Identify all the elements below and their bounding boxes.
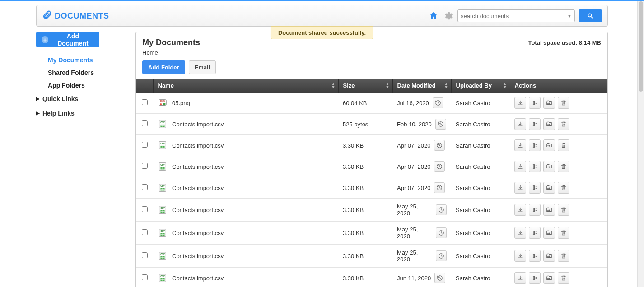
top-accent-line: [0, 0, 644, 1]
search-button[interactable]: [579, 9, 602, 22]
sidebar-section-help-links[interactable]: ▶Help Links: [36, 106, 126, 120]
delete-button[interactable]: [558, 118, 569, 130]
search-dropdown-caret[interactable]: ▼: [567, 14, 572, 19]
col-name[interactable]: Name ▲▼: [153, 79, 338, 93]
rename-button[interactable]: [529, 161, 541, 172]
move-button[interactable]: [543, 182, 555, 194]
delete-button[interactable]: [558, 139, 569, 151]
delete-button[interactable]: [558, 161, 569, 172]
row-checkbox[interactable]: [142, 120, 148, 126]
download-button[interactable]: [514, 118, 526, 130]
add-document-button[interactable]: + Add Document: [36, 32, 99, 47]
download-button[interactable]: [514, 139, 526, 151]
row-checkbox[interactable]: [142, 99, 148, 105]
col-date[interactable]: Date Modified ▲▼: [392, 79, 451, 93]
row-name-cell: PNG05.png: [153, 93, 338, 114]
file-name-link[interactable]: Contacts import.csv: [172, 230, 224, 236]
rename-button[interactable]: [529, 272, 541, 284]
move-button[interactable]: [543, 272, 555, 284]
rename-button[interactable]: [529, 204, 541, 216]
download-button[interactable]: [514, 97, 526, 109]
row-checkbox[interactable]: [142, 142, 148, 148]
delete-button[interactable]: [558, 97, 569, 109]
row-date: Apr 07, 2020: [397, 185, 430, 191]
row-checkbox[interactable]: [142, 163, 148, 169]
sidebar-section-quick-links[interactable]: ▶Quick Links: [36, 92, 126, 106]
move-button[interactable]: [543, 139, 555, 151]
email-button[interactable]: Email: [189, 60, 216, 74]
add-folder-button[interactable]: Add Folder: [142, 60, 185, 74]
rename-button[interactable]: [529, 182, 541, 194]
delete-button[interactable]: [558, 204, 569, 216]
col-uploaded-by[interactable]: Uploaded By ▲▼: [451, 79, 510, 93]
rename-button[interactable]: [529, 227, 541, 239]
scrollbar-thumb[interactable]: [639, 1, 643, 92]
download-button[interactable]: [514, 182, 526, 194]
rename-button[interactable]: [529, 97, 541, 109]
page-scrollbar[interactable]: [637, 1, 644, 287]
row-uploader: Sarah Castro: [451, 268, 510, 287]
rename-button[interactable]: [529, 118, 541, 130]
search-area: ▼: [457, 9, 602, 22]
file-name-link[interactable]: Contacts import.csv: [172, 185, 224, 191]
history-button[interactable]: [436, 250, 447, 261]
move-button[interactable]: [543, 227, 555, 239]
row-size: 3.30 KB: [338, 177, 392, 199]
row-actions-cell: [510, 268, 607, 287]
file-name-link[interactable]: Contacts import.csv: [172, 253, 224, 259]
download-button[interactable]: [514, 161, 526, 172]
delete-button[interactable]: [558, 250, 569, 262]
file-name-link[interactable]: Contacts import.csv: [172, 275, 224, 282]
history-button[interactable]: [433, 97, 443, 108]
csv-file-icon: CSV: [158, 183, 168, 193]
row-checkbox[interactable]: [142, 229, 148, 235]
download-button[interactable]: [514, 227, 526, 239]
download-button[interactable]: [514, 250, 526, 262]
history-button[interactable]: [434, 273, 445, 283]
rename-button[interactable]: [529, 139, 541, 151]
move-button[interactable]: [543, 161, 555, 172]
sort-icon: ▲▼: [444, 83, 448, 89]
sidebar-item-app-folders[interactable]: App Folders: [36, 79, 126, 92]
delete-button[interactable]: [558, 272, 569, 284]
row-checkbox[interactable]: [142, 206, 148, 212]
download-button[interactable]: [514, 204, 526, 216]
history-button[interactable]: [435, 119, 446, 130]
search-input[interactable]: [461, 13, 565, 19]
delete-button[interactable]: [558, 227, 569, 239]
history-button[interactable]: [436, 204, 447, 215]
row-checkbox[interactable]: [142, 274, 148, 280]
history-button[interactable]: [436, 227, 447, 238]
search-box[interactable]: ▼: [457, 9, 575, 22]
csv-file-icon: CSV: [158, 273, 168, 283]
rename-button[interactable]: [529, 250, 541, 262]
sidebar-item-my-documents[interactable]: My Documents: [36, 54, 126, 66]
col-size[interactable]: Size ▲▼: [338, 79, 392, 93]
file-name-link[interactable]: Contacts import.csv: [172, 142, 224, 149]
home-icon[interactable]: [429, 11, 439, 21]
file-name-link[interactable]: 05.png: [172, 100, 190, 106]
page-title: My Documents: [142, 38, 200, 47]
row-checkbox[interactable]: [142, 184, 148, 190]
file-name-link[interactable]: Contacts import.csv: [172, 207, 224, 213]
history-button[interactable]: [434, 182, 445, 193]
row-checkbox-cell: [136, 177, 153, 199]
row-date-cell: May 25, 2020: [392, 199, 451, 222]
sidebar-item-shared-folders[interactable]: Shared Folders: [36, 66, 126, 79]
download-button[interactable]: [514, 272, 526, 284]
row-actions-cell: [510, 222, 607, 245]
move-button[interactable]: [543, 204, 555, 216]
expand-icon: ▶: [36, 111, 40, 116]
history-button[interactable]: [434, 140, 445, 151]
gear-icon[interactable]: [443, 11, 453, 21]
file-name-link[interactable]: Contacts import.csv: [172, 163, 224, 170]
file-name-link[interactable]: Contacts import.csv: [172, 121, 224, 128]
move-button[interactable]: [543, 97, 555, 109]
move-button[interactable]: [543, 250, 555, 262]
row-checkbox[interactable]: [142, 252, 148, 258]
delete-button[interactable]: [558, 182, 569, 194]
move-button[interactable]: [543, 118, 555, 130]
svg-text:CSV: CSV: [160, 185, 165, 187]
breadcrumb[interactable]: Home: [136, 49, 607, 60]
history-button[interactable]: [434, 161, 445, 172]
